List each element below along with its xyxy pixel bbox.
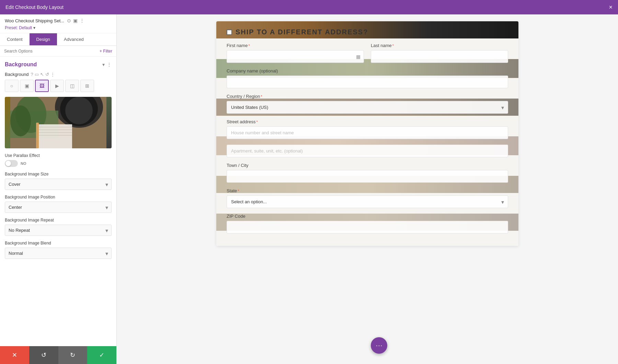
- fab-button[interactable]: ⋯: [371, 337, 387, 354]
- cancel-button[interactable]: ✕: [0, 346, 29, 364]
- country-required: *: [261, 94, 262, 99]
- section-title: Background: [5, 61, 37, 68]
- parallax-toggle[interactable]: NO: [5, 160, 112, 167]
- image-position-label: Background Image Position: [5, 195, 112, 200]
- zip-group: ZIP Code: [227, 214, 508, 234]
- image-blend-label: Background Image Blend: [5, 241, 112, 246]
- section-collapse-icon[interactable]: ▾: [102, 62, 105, 67]
- bg-type-video[interactable]: ▶: [50, 80, 64, 92]
- left-panel: Woo Checkout Shipping Set... ⊙ ▣ ⋮ Prese…: [0, 14, 117, 364]
- tab-content[interactable]: Content: [0, 33, 30, 45]
- background-field-label: Background: [5, 72, 28, 77]
- street2-group: [227, 145, 508, 157]
- town-input[interactable]: [227, 170, 508, 183]
- image-icon: 🖼: [39, 83, 44, 89]
- image-blend-select[interactable]: Normal Multiply Screen Overlay Darken Li…: [5, 248, 112, 259]
- tab-design[interactable]: Design: [30, 33, 57, 45]
- bg-type-pattern[interactable]: ⊞: [80, 80, 94, 92]
- image-size-row: Background Image Size Cover Contain Auto…: [5, 172, 112, 190]
- image-repeat-select[interactable]: No Repeat Repeat Repeat X Repeat Y: [5, 225, 112, 236]
- first-name-required: *: [248, 44, 250, 48]
- layout-icon[interactable]: ▣: [73, 18, 78, 23]
- state-required: *: [238, 189, 239, 193]
- background-field-row: Background ? ▭ ↖ ↺ ⋮: [5, 72, 112, 77]
- country-row: Country / Region * United States (US): [227, 94, 508, 114]
- first-name-group: First name * ▦: [227, 43, 364, 63]
- town-group: Town / City: [227, 163, 508, 183]
- bg-type-image[interactable]: 🖼: [35, 80, 49, 92]
- street-row: Street address *: [227, 119, 508, 139]
- cursor-icon[interactable]: ↖: [40, 72, 44, 77]
- street2-input[interactable]: [227, 145, 508, 157]
- panel-module-title: Woo Checkout Shipping Set...: [5, 18, 64, 23]
- preview-image-svg: [10, 97, 106, 148]
- state-label: State *: [227, 188, 508, 193]
- desktop-icon[interactable]: ▭: [35, 72, 39, 77]
- image-preview[interactable]: [5, 97, 112, 148]
- tab-advanced[interactable]: Advanced: [57, 33, 91, 45]
- filter-button[interactable]: + Filter: [100, 49, 112, 54]
- panel-header: Woo Checkout Shipping Set... ⊙ ▣ ⋮ Prese…: [0, 14, 116, 33]
- top-bar-title: Edit Checkout Body Layout: [5, 4, 64, 10]
- name-row: First name * ▦ Last name *: [227, 43, 508, 63]
- panel-content: Background ▾ ⋮ Background ? ▭ ↖ ↺ ⋮: [0, 57, 116, 346]
- company-group: Company name (optional): [227, 68, 508, 88]
- parallax-row: Use Parallax Effect NO: [5, 153, 112, 167]
- first-name-input-wrap: ▦: [227, 50, 364, 63]
- field-more-icon[interactable]: ⋮: [50, 72, 55, 77]
- last-name-label: Last name *: [371, 43, 508, 48]
- image-repeat-label: Background Image Repeat: [5, 218, 112, 223]
- visibility-icon[interactable]: ⊙: [67, 18, 71, 23]
- street-required: *: [256, 120, 258, 124]
- image-repeat-wrapper: No Repeat Repeat Repeat X Repeat Y: [5, 225, 112, 236]
- save-button[interactable]: ✓: [87, 346, 116, 364]
- state-group: State * Select an option...: [227, 188, 508, 208]
- bg-type-buttons: ○ ▣ 🖼 ▶ ◫ ⊞: [5, 80, 112, 92]
- image-preview-inner: [5, 97, 112, 148]
- bg-type-gradient[interactable]: ◫: [65, 80, 79, 92]
- bottom-toolbar: ✕ ↺ ↻ ✓: [0, 346, 116, 364]
- country-label: Country / Region *: [227, 94, 508, 99]
- redo-button[interactable]: ↻: [58, 346, 88, 364]
- bg-type-none[interactable]: ○: [5, 80, 19, 92]
- preset-label: Preset: Default: [5, 25, 32, 30]
- more-icon[interactable]: ⋮: [80, 18, 84, 23]
- ship-checkbox[interactable]: [227, 30, 232, 35]
- gradient-icon: ◫: [70, 83, 75, 89]
- undo-button[interactable]: ↺: [29, 346, 58, 364]
- street-input[interactable]: [227, 126, 508, 139]
- panel-title-icons: ⊙ ▣ ⋮: [67, 18, 84, 23]
- state-row: State * Select an option...: [227, 188, 508, 208]
- image-size-wrapper: Cover Contain Auto Custom: [5, 179, 112, 190]
- image-repeat-row: Background Image Repeat No Repeat Repeat…: [5, 218, 112, 236]
- ship-title: SHIP TO A DIFFERENT ADDRESS?: [236, 28, 368, 36]
- help-icon[interactable]: ?: [31, 72, 33, 77]
- preset-row: Preset: Default ▾: [5, 25, 112, 30]
- section-more-icon[interactable]: ⋮: [107, 62, 112, 67]
- street2-row: [227, 145, 508, 157]
- preset-chevron-icon[interactable]: ▾: [33, 25, 35, 30]
- toggle-track[interactable]: [5, 160, 18, 167]
- town-row: Town / City: [227, 163, 508, 183]
- reset-icon[interactable]: ↺: [45, 72, 49, 77]
- zip-input[interactable]: [227, 221, 508, 234]
- last-name-group: Last name *: [371, 43, 508, 63]
- company-label: Company name (optional): [227, 68, 508, 73]
- video-icon: ▶: [55, 83, 59, 89]
- company-input[interactable]: [227, 76, 508, 88]
- right-content: SHIP TO A DIFFERENT ADDRESS? First name …: [117, 14, 618, 364]
- none-icon: ○: [10, 83, 13, 89]
- image-position-select[interactable]: Center Top Left Top Center Top Right Cen…: [5, 202, 112, 213]
- last-name-input[interactable]: [371, 50, 508, 63]
- tabs: Content Design Advanced: [0, 33, 116, 46]
- close-button[interactable]: ×: [609, 4, 613, 11]
- section-controls: ▾ ⋮: [102, 62, 112, 67]
- country-select[interactable]: United States (US): [227, 101, 508, 114]
- image-size-label: Background Image Size: [5, 172, 112, 177]
- first-name-input[interactable]: [227, 50, 364, 63]
- image-size-select[interactable]: Cover Contain Auto Custom: [5, 179, 112, 190]
- bg-type-color[interactable]: ▣: [20, 80, 34, 92]
- svg-point-3: [65, 97, 93, 124]
- state-select[interactable]: Select an option...: [227, 195, 508, 208]
- search-input[interactable]: [4, 49, 97, 54]
